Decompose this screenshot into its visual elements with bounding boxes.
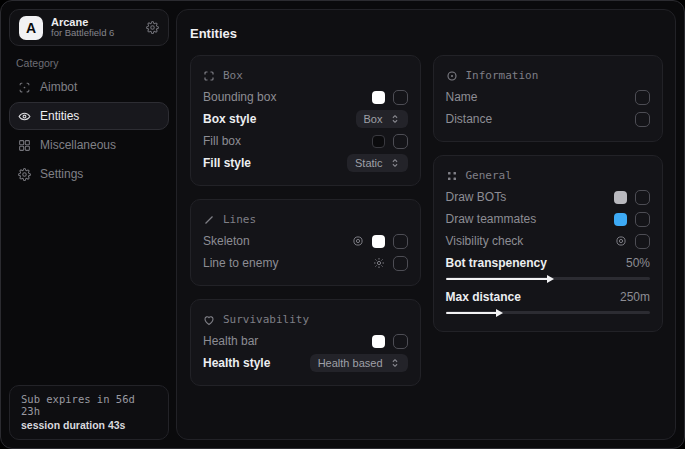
target-icon <box>446 70 458 82</box>
health-style-select[interactable]: Health based <box>310 354 408 372</box>
distance-row: Distance <box>446 108 651 130</box>
draw-bots-row: Draw BOTs <box>446 186 651 208</box>
card-title: General <box>466 169 512 182</box>
survivability-card: Survivability Health bar Health style He… <box>190 299 421 386</box>
row-label: Bounding box <box>203 90 364 104</box>
information-card: Information Name Distance <box>433 55 664 142</box>
sidebar-item-miscellaneous[interactable]: Miscellaneous <box>9 131 169 159</box>
max-distance-slider[interactable] <box>446 311 651 314</box>
chevrons-up-down-icon <box>390 114 400 124</box>
max-distance-control: Max distance 250m <box>446 286 651 320</box>
subscription-card: Sub expires in 56d 23h session duration … <box>9 385 169 440</box>
slider-fill <box>446 312 497 314</box>
sidebar-item-entities[interactable]: Entities <box>9 102 169 130</box>
selected-value: Health based <box>318 357 383 369</box>
app-window: A Arcane for Battlefield 6 Category <box>0 0 685 449</box>
color-swatch[interactable] <box>372 235 385 248</box>
brand-card: A Arcane for Battlefield 6 <box>9 9 169 46</box>
slider-thumb-arrow[interactable] <box>547 275 554 283</box>
gear-icon <box>18 168 31 181</box>
box-style-select[interactable]: Box <box>356 110 408 128</box>
chevrons-up-down-icon <box>390 158 400 168</box>
line-to-enemy-checkbox[interactable] <box>393 256 408 271</box>
scan-brackets-icon <box>203 70 215 82</box>
general-card: General Draw BOTs Draw teammates Visibil… <box>433 155 664 332</box>
sidebar-item-settings[interactable]: Settings <box>9 160 169 188</box>
slider-thumb-arrow[interactable] <box>496 309 503 317</box>
session-duration-text: session duration 43s <box>21 419 157 431</box>
crosshair-icon <box>18 81 31 94</box>
brand-text: Arcane for Battlefield 6 <box>51 16 138 40</box>
brand-logo: A <box>19 16 43 40</box>
bot-transparency-row: Bot transpenency 50% <box>446 254 651 272</box>
sidebar-item-label: Aimbot <box>40 80 77 94</box>
draw-teammates-row: Draw teammates <box>446 208 651 230</box>
row-label: Visibility check <box>446 234 608 248</box>
heart-icon <box>203 314 215 326</box>
color-swatch[interactable] <box>372 91 385 104</box>
skeleton-checkbox[interactable] <box>393 234 408 249</box>
eye-icon <box>18 110 31 123</box>
visibility-check-checkbox[interactable] <box>635 234 650 249</box>
sidebar-item-label: Settings <box>40 167 83 181</box>
visibility-config-gear-icon[interactable] <box>615 235 627 247</box>
sidebar-item-label: Entities <box>40 109 79 123</box>
row-label: Distance <box>446 112 628 126</box>
bot-transparency-slider[interactable] <box>446 277 651 280</box>
box-card-header: Box <box>203 65 408 86</box>
line-config-gear-icon[interactable] <box>373 257 385 269</box>
category-label: Category <box>16 57 59 69</box>
max-distance-value: 250m <box>620 290 650 304</box>
bounding-box-checkbox[interactable] <box>393 90 408 105</box>
brand-subtitle: for Battlefield 6 <box>51 28 138 39</box>
page-title: Entities <box>190 26 663 41</box>
skeleton-row: Skeleton <box>203 230 408 252</box>
lines-card: Lines Skeleton Line to enemy <box>190 199 421 286</box>
color-swatch[interactable] <box>614 191 627 204</box>
row-label: Max distance <box>446 290 612 304</box>
card-title: Box <box>223 69 243 82</box>
sub-expiry-text: Sub expires in 56d 23h <box>21 393 157 417</box>
row-label: Bot transpenency <box>446 256 618 270</box>
selected-value: Box <box>364 113 383 125</box>
chevrons-up-down-icon <box>390 358 400 368</box>
row-label: Fill style <box>203 156 339 170</box>
fill-style-select[interactable]: Static <box>347 154 408 172</box>
health-bar-checkbox[interactable] <box>393 334 408 349</box>
line-to-enemy-row: Line to enemy <box>203 252 408 274</box>
selected-value: Static <box>355 157 383 169</box>
color-swatch[interactable] <box>372 335 385 348</box>
color-swatch[interactable] <box>372 135 385 148</box>
lines-card-header: Lines <box>203 209 408 230</box>
grid-icon <box>18 139 31 152</box>
row-label: Skeleton <box>203 234 344 248</box>
sidebar-item-aimbot[interactable]: Aimbot <box>9 73 169 101</box>
name-row: Name <box>446 86 651 108</box>
card-title: Information <box>466 69 539 82</box>
max-distance-row: Max distance 250m <box>446 288 651 306</box>
skeleton-config-gear-icon[interactable] <box>352 235 364 247</box>
bounding-box-row: Bounding box <box>203 86 408 108</box>
name-checkbox[interactable] <box>635 90 650 105</box>
card-title: Survivability <box>223 313 309 326</box>
diagonal-line-icon <box>203 214 215 226</box>
row-label: Draw BOTs <box>446 190 607 204</box>
fill-box-checkbox[interactable] <box>393 134 408 149</box>
row-label: Box style <box>203 112 348 126</box>
row-label: Line to enemy <box>203 256 365 270</box>
survivability-card-header: Survivability <box>203 309 408 330</box>
row-label: Name <box>446 90 628 104</box>
dots-grid-icon <box>446 170 458 182</box>
sidebar: A Arcane for Battlefield 6 Category <box>1 1 176 448</box>
draw-teammates-checkbox[interactable] <box>635 212 650 227</box>
information-card-header: Information <box>446 65 651 86</box>
main-panel: Entities Box Bounding box <box>176 9 676 440</box>
bot-transparency-value: 50% <box>626 256 650 270</box>
color-swatch[interactable] <box>614 213 627 226</box>
draw-bots-checkbox[interactable] <box>635 190 650 205</box>
health-style-row: Health style Health based <box>203 352 408 374</box>
row-label: Health bar <box>203 334 364 348</box>
slider-fill <box>446 278 548 280</box>
distance-checkbox[interactable] <box>635 112 650 127</box>
brand-settings-icon[interactable] <box>146 21 159 34</box>
